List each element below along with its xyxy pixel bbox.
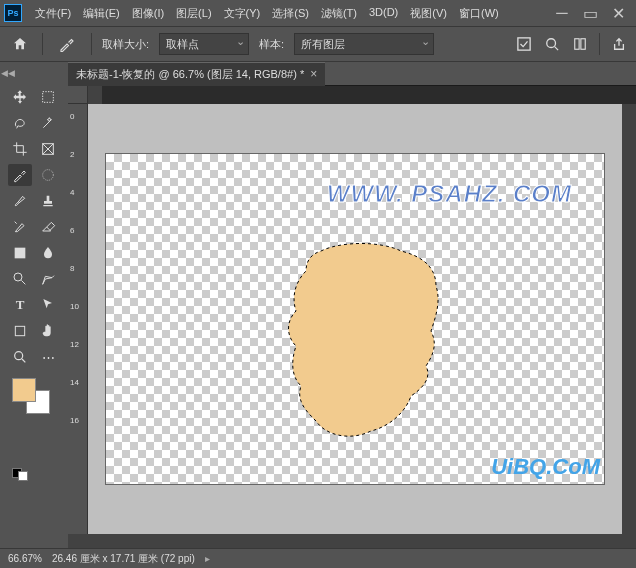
selection-shape <box>261 236 461 446</box>
eyedropper-tool[interactable] <box>8 164 32 186</box>
sample-size-label: 取样大小: <box>102 37 149 52</box>
edit-toolbar-icon[interactable]: ⋯ <box>36 346 60 368</box>
options-bar: 取样大小: 取样点 样本: 所有图层 <box>0 26 636 62</box>
document-area: 未标题-1-恢复的 @ 66.7% (图层 14, RGB/8#) * × 02… <box>68 62 636 548</box>
document-dimensions: 26.46 厘米 x 17.71 厘米 (72 ppi) <box>52 552 195 566</box>
menu-window[interactable]: 窗口(W) <box>454 3 504 24</box>
sample-label: 样本: <box>259 37 284 52</box>
canvas[interactable]: WWW. PSAHZ. COM UiBQ.CoM <box>106 154 604 484</box>
gradient-tool[interactable] <box>8 242 32 264</box>
menu-type[interactable]: 文字(Y) <box>219 3 266 24</box>
eraser-tool[interactable] <box>36 216 60 238</box>
maximize-button[interactable]: ▭ <box>576 2 604 24</box>
search-icon[interactable] <box>543 35 561 53</box>
svg-rect-4 <box>43 92 54 103</box>
sample-select[interactable]: 所有图层 <box>294 33 434 55</box>
status-bar: 66.67% 26.46 厘米 x 17.71 厘米 (72 ppi) ▸ <box>0 548 636 568</box>
home-button[interactable] <box>8 32 32 56</box>
share-icon[interactable] <box>610 35 628 53</box>
document-tab[interactable]: 未标题-1-恢复的 @ 66.7% (图层 14, RGB/8#) * × <box>68 62 325 86</box>
foreground-color-swatch[interactable] <box>12 378 36 402</box>
zoom-tool[interactable] <box>8 346 32 368</box>
titlebar: Ps 文件(F) 编辑(E) 图像(I) 图层(L) 文字(Y) 选择(S) 滤… <box>0 0 636 26</box>
menu-image[interactable]: 图像(I) <box>127 3 169 24</box>
healing-tool[interactable] <box>36 164 60 186</box>
workspace: ◀◀ T ⋯ <box>0 62 636 548</box>
type-tool[interactable]: T <box>8 294 32 316</box>
menu-filter[interactable]: 滤镜(T) <box>316 3 362 24</box>
magic-wand-tool[interactable] <box>36 112 60 134</box>
svg-rect-0 <box>518 38 530 50</box>
crop-tool[interactable] <box>8 138 32 160</box>
menu-view[interactable]: 视图(V) <box>405 3 452 24</box>
window-controls: ─ ▭ ✕ <box>548 2 632 24</box>
app-icon: Ps <box>4 4 22 22</box>
ruler-vertical[interactable]: 0246810121416 <box>68 104 88 534</box>
watermark-brand: UiBQ.CoM <box>491 454 600 480</box>
separator <box>91 33 92 55</box>
stamp-tool[interactable] <box>36 190 60 212</box>
separator <box>599 33 600 55</box>
minimize-button[interactable]: ─ <box>548 2 576 24</box>
hand-tool[interactable] <box>36 320 60 342</box>
svg-rect-2 <box>575 39 579 50</box>
tool-panel: ◀◀ T ⋯ <box>0 62 68 548</box>
svg-point-9 <box>14 273 22 281</box>
main-menu: 文件(F) 编辑(E) 图像(I) 图层(L) 文字(Y) 选择(S) 滤镜(T… <box>30 3 548 24</box>
svg-point-1 <box>547 39 556 48</box>
menu-edit[interactable]: 编辑(E) <box>78 3 125 24</box>
ruler-corner <box>68 86 88 104</box>
sample-size-select[interactable]: 取样点 <box>159 33 249 55</box>
move-tool[interactable] <box>8 86 32 108</box>
blur-tool[interactable] <box>36 242 60 264</box>
pen-tool[interactable] <box>36 268 60 290</box>
menu-select[interactable]: 选择(S) <box>267 3 314 24</box>
svg-rect-10 <box>15 326 24 335</box>
marquee-tool[interactable] <box>36 86 60 108</box>
menu-3d[interactable]: 3D(D) <box>364 3 403 24</box>
show-sampling-ring-checkbox[interactable] <box>515 35 533 53</box>
tool-preset-icon[interactable] <box>53 30 81 58</box>
path-select-tool[interactable] <box>36 294 60 316</box>
close-button[interactable]: ✕ <box>604 2 632 24</box>
svg-point-6 <box>43 170 54 181</box>
dodge-tool[interactable] <box>8 268 32 290</box>
frame-tool[interactable] <box>36 138 60 160</box>
separator <box>42 33 43 55</box>
zoom-level[interactable]: 66.67% <box>8 553 42 564</box>
watermark-text: WWW. PSAHZ. COM <box>327 180 572 208</box>
menu-layer[interactable]: 图层(L) <box>171 3 216 24</box>
svg-rect-7 <box>15 248 26 259</box>
menu-file[interactable]: 文件(F) <box>30 3 76 24</box>
tab-close-icon[interactable]: × <box>310 67 317 81</box>
lasso-tool[interactable] <box>8 112 32 134</box>
panel-icon[interactable] <box>571 35 589 53</box>
scrollbar-corner <box>88 86 102 104</box>
color-swatches <box>0 374 68 424</box>
horizontal-scrollbar[interactable] <box>68 534 636 548</box>
status-flyout-icon[interactable]: ▸ <box>205 553 210 564</box>
default-colors-icon[interactable] <box>12 468 28 481</box>
canvas-viewport[interactable]: WWW. PSAHZ. COM UiBQ.CoM <box>88 104 622 534</box>
shape-tool[interactable] <box>8 320 32 342</box>
document-tabs: 未标题-1-恢复的 @ 66.7% (图层 14, RGB/8#) * × <box>68 62 636 86</box>
tab-title: 未标题-1-恢复的 @ 66.7% (图层 14, RGB/8#) * <box>76 67 304 82</box>
svg-rect-3 <box>581 39 585 50</box>
history-brush-tool[interactable] <box>8 216 32 238</box>
vertical-scrollbar[interactable] <box>622 104 636 534</box>
collapse-tools-icon[interactable]: ◀◀ <box>2 66 14 80</box>
svg-point-11 <box>15 352 23 360</box>
brush-tool[interactable] <box>8 190 32 212</box>
